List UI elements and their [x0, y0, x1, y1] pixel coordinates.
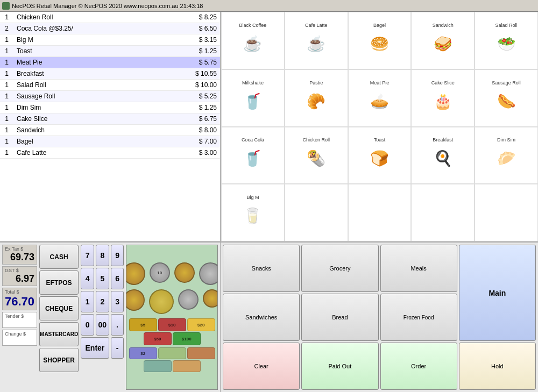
- cheque-button[interactable]: CHEQUE: [39, 296, 79, 320]
- order-row[interactable]: 1 Breakfast $ 10.55: [0, 68, 220, 80]
- notes-display: $5 $10 $20 $50 $100: [129, 318, 215, 345]
- numpad-key-5[interactable]: 5: [96, 268, 109, 289]
- minus-button[interactable]: -: [111, 337, 124, 359]
- change-input[interactable]: [5, 337, 34, 344]
- menu-item-image: 🥤: [237, 144, 269, 173]
- frozen-food-button[interactable]: Frozen Food: [380, 294, 457, 341]
- menu-item-label: Milkshake: [242, 80, 264, 85]
- order-row[interactable]: 1 Cake Slice $ 6.75: [0, 113, 220, 125]
- shopper-button[interactable]: SHOPPER: [39, 348, 79, 372]
- menu-item[interactable]: Milkshake 🥤: [221, 69, 285, 127]
- order-row[interactable]: 1 Meat Pie $ 5.75: [0, 57, 220, 68]
- order-row[interactable]: 1 Chicken Roll $ 8.25: [0, 12, 220, 23]
- numpad-key-00[interactable]: 00: [96, 314, 109, 336]
- menu-item[interactable]: Meat Pie 🥧: [348, 69, 412, 127]
- menu-item[interactable]: Bagel 🥯: [348, 12, 412, 69]
- order-row[interactable]: 1 Toast $ 1.25: [0, 46, 220, 57]
- sandwiches-button[interactable]: Sandwiches: [223, 294, 300, 341]
- payment-panel: Ex Tax $ 69.73 GST $ 6.97 Total $ 76.70 …: [0, 241, 220, 392]
- order-row[interactable]: 1 Sandwich $ 8.00: [0, 125, 220, 136]
- note-5b: [144, 360, 172, 372]
- menu-item[interactable]: Sausage Roll 🌭: [475, 69, 538, 127]
- order-qty: 1: [0, 46, 13, 57]
- order-row[interactable]: 1 Sausage Roll $ 5.25: [0, 91, 220, 102]
- bread-button[interactable]: Bread: [301, 294, 378, 341]
- menu-item[interactable]: Coca Cola 🥤: [221, 127, 285, 184]
- grocery-button[interactable]: Grocery: [301, 245, 378, 292]
- numpad-key-dot[interactable]: .: [111, 314, 124, 336]
- menu-item[interactable]: Sandwich 🥪: [411, 12, 475, 69]
- meals-button[interactable]: Meals: [380, 245, 457, 292]
- order-table: 1 Chicken Roll $ 8.25 2 Coca Cola @$3.25…: [0, 12, 220, 159]
- numpad-key-7[interactable]: 7: [81, 245, 94, 266]
- hold-button[interactable]: Hold: [459, 343, 536, 390]
- order-name: Coca Cola @$3.25/: [13, 23, 188, 34]
- menu-item-image: 🥗: [490, 29, 522, 59]
- menu-item[interactable]: Breakfast 🍳: [411, 127, 475, 184]
- order-row[interactable]: 1 Dim Sim $ 1.25: [0, 102, 220, 113]
- order-name: Sandwich: [13, 125, 188, 136]
- order-name: Sausage Roll: [13, 91, 188, 102]
- main-button[interactable]: Main: [459, 245, 536, 341]
- coins-display: 10: [126, 262, 218, 285]
- totals-section: Ex Tax $ 69.73 GST $ 6.97 Total $ 76.70 …: [2, 245, 37, 390]
- numpad-key-0[interactable]: 0: [81, 314, 94, 336]
- numpad-key-4[interactable]: 4: [81, 268, 94, 289]
- order-price: $ 8.25: [188, 12, 220, 23]
- menu-item-label: Pastie: [309, 80, 323, 85]
- order-row[interactable]: 2 Coca Cola @$3.25/ $ 6.50: [0, 23, 220, 34]
- order-price: $ 6.50: [188, 23, 220, 34]
- coin-large: [126, 262, 145, 285]
- clear-button[interactable]: Clear: [223, 343, 300, 390]
- menu-item[interactable]: Cake Slice 🎂: [411, 69, 475, 127]
- menu-item[interactable]: Cafe Latte ☕: [285, 12, 348, 69]
- menu-item-image: 🥛: [237, 201, 269, 231]
- order-button[interactable]: Order: [380, 343, 457, 390]
- enter-button[interactable]: Enter: [81, 337, 109, 359]
- order-qty: 1: [0, 80, 13, 91]
- coin-20c: [199, 262, 218, 285]
- numpad-key-1[interactable]: 1: [81, 291, 94, 312]
- order-name: Salad Roll: [13, 80, 188, 91]
- order-qty: 1: [0, 147, 13, 159]
- coin-50c: [174, 262, 195, 283]
- menu-item-label: Dim Sim: [497, 137, 515, 142]
- menu-item-label: Cake Slice: [431, 80, 455, 85]
- menu-item-image: 🍞: [363, 144, 395, 173]
- order-list[interactable]: 1 Chicken Roll $ 8.25 2 Coca Cola @$3.25…: [0, 12, 220, 241]
- menu-item-label: Black Coffee: [239, 23, 266, 28]
- note-4: [187, 347, 215, 359]
- order-qty: 1: [0, 102, 13, 113]
- order-row[interactable]: 1 Bagel $ 7.00: [0, 136, 220, 147]
- numpad-key-8[interactable]: 8: [96, 245, 109, 266]
- menu-item[interactable]: Chicken Roll 🌯: [285, 127, 348, 184]
- order-row[interactable]: 1 Cafe Latte $ 3.00: [0, 147, 220, 159]
- menu-item: [348, 184, 412, 241]
- numpad-key-6[interactable]: 6: [111, 268, 124, 289]
- menu-item[interactable]: Pastie 🥐: [285, 69, 348, 127]
- order-panel: 1 Chicken Roll $ 8.25 2 Coca Cola @$3.25…: [0, 12, 221, 392]
- menu-item-image: 🥯: [363, 29, 395, 59]
- cash-image-area: 10 $5 $10 $20 $50 $100: [126, 245, 218, 390]
- numpad-key-3[interactable]: 3: [111, 291, 124, 312]
- menu-item[interactable]: Big M 🥛: [221, 184, 285, 241]
- numpad-key-2[interactable]: 2: [96, 291, 109, 312]
- tender-input[interactable]: [5, 319, 34, 326]
- order-name: Breakfast: [13, 68, 188, 80]
- mastercard-button[interactable]: MASTERCARD: [39, 322, 79, 346]
- snacks-button[interactable]: Snacks: [223, 245, 300, 292]
- note-2: $2: [129, 347, 157, 359]
- order-row[interactable]: 1 Salad Roll $ 10.00: [0, 80, 220, 91]
- menu-item[interactable]: Salad Roll 🥗: [475, 12, 538, 69]
- menu-item[interactable]: Black Coffee ☕: [221, 12, 285, 69]
- numpad-key-9[interactable]: 9: [111, 245, 124, 266]
- menu-item[interactable]: Toast 🍞: [348, 127, 412, 184]
- order-qty: 1: [0, 91, 13, 102]
- menu-item: [285, 184, 348, 241]
- cash-button[interactable]: CASH: [39, 245, 79, 269]
- menu-item[interactable]: Dim Sim 🥟: [475, 127, 538, 184]
- order-row[interactable]: 1 Big M $ 3.15: [0, 34, 220, 46]
- eftpos-button[interactable]: EFTPOS: [39, 270, 79, 295]
- paid-out-button[interactable]: Paid Out: [301, 343, 378, 390]
- order-qty: 1: [0, 125, 13, 136]
